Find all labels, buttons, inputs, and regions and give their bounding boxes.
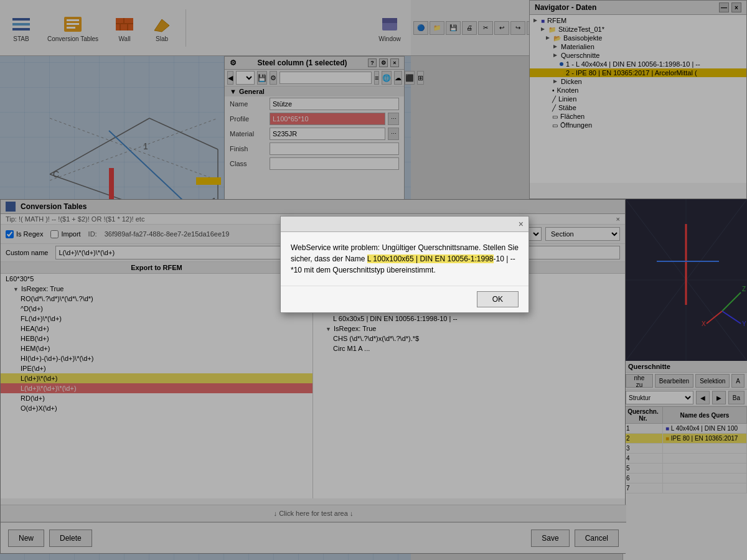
dialog-box: × WebService write problem: Ungültiger Q…	[280, 216, 529, 313]
dialog-body: WebService write problem: Ungültiger Que…	[281, 232, 529, 286]
dialog-footer: OK	[281, 286, 529, 312]
dialog-overlay: × WebService write problem: Ungültiger Q…	[0, 0, 747, 560]
ok-button[interactable]: OK	[477, 291, 519, 307]
dialog-close-btn[interactable]: ×	[519, 219, 524, 229]
dialog-highlight: L 100x100x65 | DIN EN 10056-1:1998	[367, 254, 494, 263]
dialog-title-bar: ×	[281, 217, 529, 232]
